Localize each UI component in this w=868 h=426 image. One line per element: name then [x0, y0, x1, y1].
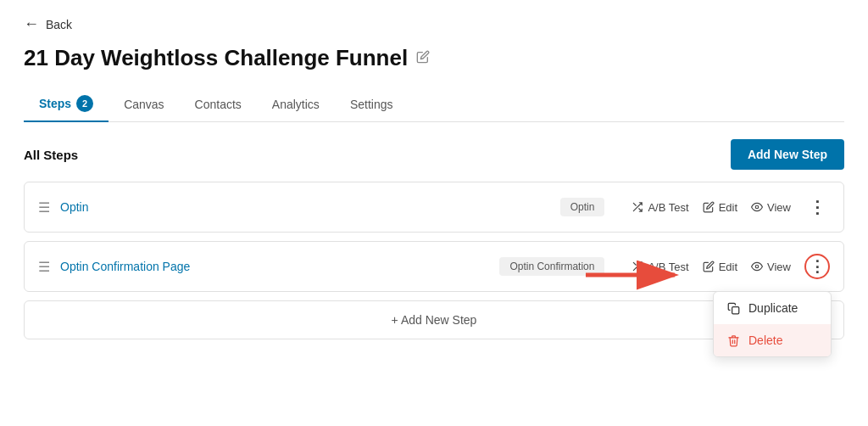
delete-label: Delete — [748, 334, 782, 347]
back-arrow-icon: ← — [24, 15, 39, 33]
tabs-row: Steps 2 Canvas Contacts Analytics Settin… — [24, 87, 844, 122]
more-options-button-2[interactable]: ⋮ — [804, 254, 830, 279]
edit-label-2: Edit — [719, 261, 737, 273]
back-label: Back — [46, 18, 72, 31]
step-row-optin-confirmation: ☰ Optin Confirmation Page Optin Confirma… — [24, 241, 844, 292]
tab-steps[interactable]: Steps 2 — [24, 87, 108, 122]
tab-canvas[interactable]: Canvas — [108, 89, 179, 120]
tab-analytics-label: Analytics — [272, 98, 320, 111]
tab-settings-label: Settings — [350, 98, 393, 111]
page-title: 21 Day Weightloss Challenge Funnel — [24, 45, 408, 71]
back-nav[interactable]: ← Back — [24, 15, 844, 33]
view-button-2[interactable]: View — [751, 261, 791, 273]
add-new-step-button[interactable]: Add New Step — [731, 139, 844, 170]
tab-steps-label: Steps — [39, 97, 71, 110]
edit-title-icon[interactable] — [416, 50, 430, 67]
step-tag-optin-confirmation: Optin Confirmation — [499, 257, 604, 276]
step-name-optin-confirmation[interactable]: Optin Confirmation Page — [60, 260, 489, 273]
steps-container: ☰ Optin Optin A/B Test Edit — [24, 182, 844, 339]
tab-settings[interactable]: Settings — [335, 89, 409, 120]
step-actions-optin: A/B Test Edit View ⋮ — [632, 194, 830, 220]
tab-analytics[interactable]: Analytics — [257, 89, 335, 120]
duplicate-menu-item[interactable]: Duplicate — [714, 292, 831, 324]
tab-contacts[interactable]: Contacts — [180, 89, 257, 120]
step-row-optin: ☰ Optin Optin A/B Test Edit — [24, 182, 844, 233]
step-tag-optin: Optin — [560, 198, 605, 216]
ab-test-label-2: A/B Test — [648, 261, 688, 273]
section-title: All Steps — [24, 148, 78, 162]
ab-test-button-2[interactable]: A/B Test — [632, 261, 688, 273]
view-label-2: View — [767, 261, 791, 273]
view-label-1: View — [767, 201, 791, 214]
section-header: All Steps Add New Step — [24, 139, 844, 170]
duplicate-label: Duplicate — [748, 301, 798, 315]
svg-rect-2 — [732, 306, 739, 313]
ab-test-button-1[interactable]: A/B Test — [632, 201, 688, 214]
svg-point-0 — [755, 205, 759, 209]
edit-button-1[interactable]: Edit — [703, 201, 737, 214]
tab-contacts-label: Contacts — [195, 98, 242, 111]
add-step-label: + Add New Step — [392, 313, 477, 327]
context-dropdown-menu: Duplicate Delete — [713, 291, 832, 357]
drag-handle-icon-2[interactable]: ☰ — [38, 259, 50, 275]
edit-button-2[interactable]: Edit — [703, 261, 737, 273]
step-actions-optin-confirmation: A/B Test Edit View ⋮ — [632, 254, 830, 279]
ab-test-label-1: A/B Test — [648, 201, 688, 214]
tab-canvas-label: Canvas — [124, 98, 164, 111]
more-options-button-1[interactable]: ⋮ — [804, 194, 830, 220]
edit-label-1: Edit — [719, 201, 737, 214]
step-name-optin[interactable]: Optin — [60, 200, 550, 214]
drag-handle-icon[interactable]: ☰ — [38, 199, 50, 216]
view-button-1[interactable]: View — [751, 201, 791, 214]
delete-menu-item[interactable]: Delete — [714, 324, 831, 356]
page-title-row: 21 Day Weightloss Challenge Funnel — [24, 45, 844, 71]
steps-badge: 2 — [76, 95, 93, 112]
svg-point-1 — [755, 265, 759, 268]
